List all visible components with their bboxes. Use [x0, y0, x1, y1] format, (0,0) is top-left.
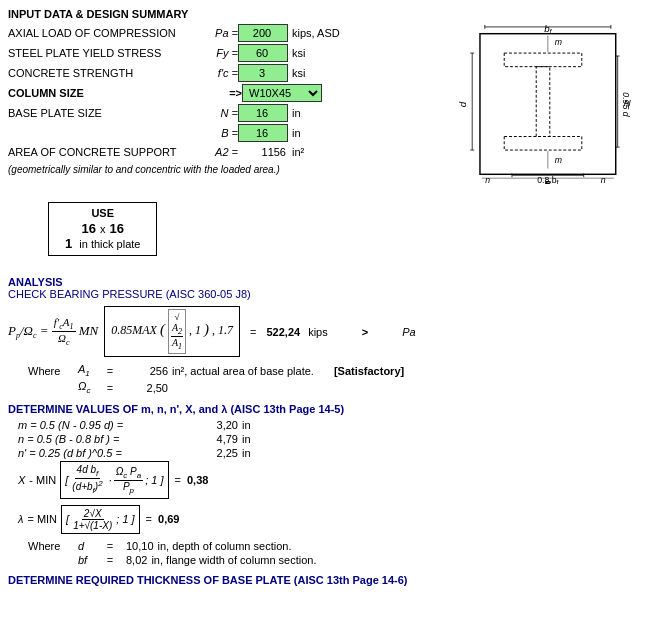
area-row: AREA OF CONCRETE SUPPORT A2 = 1156 in² — [8, 144, 433, 160]
x-formula-row: X - MIN [ 4d bf (d+bf)2 · Ωc Pa Pp ; 1 ] — [18, 461, 643, 498]
x-var: X — [18, 474, 25, 486]
steel-yield-value[interactable]: 60 — [238, 44, 288, 62]
x-bracket: [ 4d bf (d+bf)2 · Ωc Pa Pp ; 1 ] — [60, 461, 168, 498]
column-select[interactable]: W10X45 — [242, 84, 322, 102]
where-bf-unit: in, flange width of column section. — [151, 554, 316, 566]
input-table: AXIAL LOAD OF COMPRESSION Pa = 200 kips,… — [8, 24, 433, 266]
base-plate-b-row: B = 16 in — [8, 124, 433, 142]
section-title: INPUT DATA & DESIGN SUMMARY — [8, 8, 643, 20]
det-title: DETERMINE VALUES OF m, n, n', X, and λ (… — [8, 403, 643, 415]
x-val: 0,38 — [187, 474, 208, 486]
where-bf-var: bf — [78, 554, 102, 566]
concrete-unit: ksi — [292, 65, 305, 81]
lambda-val: 0,69 — [158, 513, 179, 525]
where-d-row: Where d = 10,10 in, depth of column sect… — [28, 540, 643, 552]
diagram-svg: bf N 0.95 d — [448, 24, 638, 184]
analysis-section: ANALYSIS CHECK BEARING PRESSURE (AISC 36… — [8, 276, 643, 586]
where-omega-row: Ωc = 2,50 — [28, 380, 643, 395]
use-dimensions-row: 16 x 16 — [65, 221, 140, 236]
nprime-unit: in — [242, 447, 251, 459]
svg-rect-8 — [504, 136, 582, 150]
use-thick-row: 1 in thick plate — [65, 236, 140, 251]
n-row: n = 0.5 (B - 0.8 bf ) = 4,79 in — [18, 433, 643, 445]
bearing-unit: kips — [308, 326, 328, 338]
concrete-label: CONCRETE STRENGTH — [8, 65, 198, 81]
axial-load-unit: kips, ASD — [292, 25, 340, 41]
bearing-bracket: 0.85MAX ( √ A2 A1 , 1 ) , 1.7 — [104, 306, 240, 357]
bearing-gt: > — [362, 326, 368, 338]
svg-text:m: m — [555, 37, 562, 47]
axial-load-value[interactable]: 200 — [238, 24, 288, 42]
where-bf-row: bf = 8,02 in, flange width of column sec… — [28, 554, 643, 566]
steel-yield-unit: ksi — [292, 45, 305, 61]
n-unit: in — [242, 433, 251, 445]
req-thick-section: DETERMINE REQUIRED THICKNESS OF BASE PLA… — [8, 574, 643, 586]
base-b-value[interactable]: 16 — [238, 124, 288, 142]
bearing-equals: = — [250, 326, 256, 338]
use-section: USE 16 x 16 1 in thick plate — [8, 192, 433, 266]
bearing-result: 522,24 — [266, 326, 300, 338]
m-val: 3,20 — [198, 419, 238, 431]
steel-yield-label: STEEL PLATE YIELD STRESS — [8, 45, 198, 61]
use-title: USE — [65, 207, 140, 219]
steel-yield-row: STEEL PLATE YIELD STRESS Fy = 60 ksi — [8, 44, 433, 62]
area-unit: in² — [292, 144, 304, 160]
area-note-row: (geometrically similar to and concentric… — [8, 162, 433, 178]
svg-rect-7 — [536, 67, 550, 137]
nprime-row: n' = 0.25 (d bf )^0.5 = 2,25 in — [18, 447, 643, 459]
use-thick-num: 1 — [65, 236, 72, 251]
axial-load-var: Pa = — [198, 25, 238, 41]
use-x: x — [100, 223, 106, 235]
column-label: COLUMN SIZE — [8, 85, 198, 101]
base-b-unit: in — [292, 125, 301, 141]
concrete-row: CONCRETE STRENGTH f'c = 3 ksi — [8, 64, 433, 82]
svg-text:bf: bf — [544, 24, 552, 35]
svg-text:n: n — [485, 175, 490, 184]
where-label: Where — [28, 365, 78, 377]
lambda-bracket: [ 2√X 1+√(1-X) ; 1 ] — [61, 505, 140, 534]
satisfactory-label: [Satisfactory] — [334, 365, 404, 377]
page-container: INPUT DATA & DESIGN SUMMARY AXIAL LOAD O… — [8, 8, 643, 586]
svg-text:0.95 d: 0.95 d — [621, 92, 631, 117]
area-label: AREA OF CONCRETE SUPPORT — [8, 144, 198, 160]
pp-formula-left: Pp/Ωc = f'cA1 Ωc MN — [8, 316, 98, 347]
lambda-var: λ — [18, 513, 23, 525]
nprime-label: n' = 0.25 (d bf )^0.5 = — [18, 447, 198, 459]
x-equals: = — [175, 474, 181, 486]
area-var: A2 = — [198, 144, 238, 160]
use-num2: 16 — [109, 221, 123, 236]
axial-load-label: AXIAL LOAD OF COMPRESSION — [8, 25, 198, 41]
base-plate-label: BASE PLATE SIZE — [8, 105, 198, 121]
where-d-val: 10,10 — [126, 540, 154, 552]
column-arrow: => — [198, 85, 242, 101]
base-n-value[interactable]: 16 — [238, 104, 288, 122]
svg-text:d: d — [457, 101, 468, 107]
column-size-row: COLUMN SIZE => W10X45 — [8, 84, 433, 102]
where-d-var: d — [78, 540, 102, 552]
nprime-val: 2,25 — [198, 447, 238, 459]
where-d-unit: in, depth of column section. — [158, 540, 292, 552]
where-bf-val: 8,02 — [126, 554, 147, 566]
where-d-label: Where — [28, 540, 78, 552]
area-value: 1156 — [238, 144, 288, 160]
m-row: m = 0.5 (N - 0.95 d) = 3,20 in — [18, 419, 643, 431]
n-val: 4,79 — [198, 433, 238, 445]
base-n-unit: in — [292, 105, 301, 121]
analysis-title: ANALYSIS — [8, 276, 643, 288]
n-label: n = 0.5 (B - 0.8 bf ) = — [18, 433, 198, 445]
x-min: - MIN — [29, 474, 56, 486]
where-a1-row: Where A1 = 256 in², actual area of base … — [28, 363, 643, 378]
axial-load-row: AXIAL LOAD OF COMPRESSION Pa = 200 kips,… — [8, 24, 433, 42]
where-d-eq: = — [102, 540, 118, 552]
where-a1-unit: in², actual area of base plate. — [172, 365, 314, 377]
m-unit: in — [242, 419, 251, 431]
where-a1-eq: = — [102, 365, 118, 377]
svg-rect-6 — [504, 53, 582, 67]
lambda-formula-row: λ = MIN [ 2√X 1+√(1-X) ; 1 ] = 0,69 — [18, 505, 643, 534]
steel-yield-var: Fy = — [198, 45, 238, 61]
m-label: m = 0.5 (N - 0.95 d) = — [18, 419, 198, 431]
where-omega-var: Ωc — [78, 380, 102, 395]
concrete-value[interactable]: 3 — [238, 64, 288, 82]
base-b-var: B = — [198, 125, 238, 141]
bearing-pa: Pa — [402, 326, 415, 338]
